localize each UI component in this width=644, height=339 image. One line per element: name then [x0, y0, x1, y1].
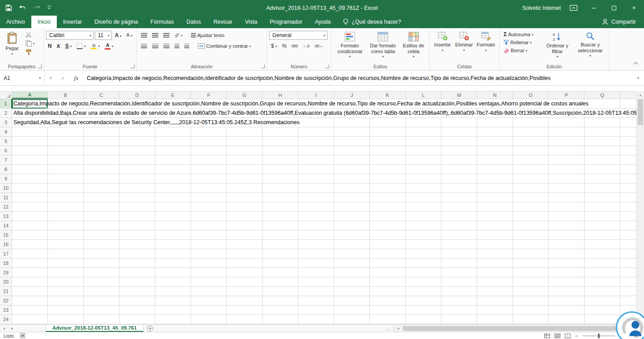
row-header-24[interactable]: 24: [0, 315, 12, 324]
collapse-ribbon-button[interactable]: [631, 60, 640, 67]
align-middle-button[interactable]: [150, 33, 160, 38]
row-header-2[interactable]: 2: [0, 109, 12, 118]
view-page-layout-button[interactable]: [555, 334, 560, 338]
column-header-N[interactable]: N: [477, 92, 513, 99]
column-header-M[interactable]: M: [441, 92, 477, 99]
row-header-20[interactable]: 20: [0, 277, 12, 287]
ribbon-tab-diseño-de-página[interactable]: Diseño de página: [88, 16, 144, 28]
percent-style-button[interactable]: %: [280, 43, 288, 49]
column-header-G[interactable]: G: [227, 92, 263, 99]
sheet-tab-active[interactable]: Advisor_2018-12-05T13_45_09.761: [46, 325, 144, 332]
save-button[interactable]: [5, 4, 12, 11]
dialog-launcher-font[interactable]: [131, 64, 135, 68]
row-header-7[interactable]: 7: [0, 155, 12, 165]
align-top-button[interactable]: [139, 33, 149, 38]
row-header-19[interactable]: 19: [0, 268, 12, 277]
font-size-combo[interactable]: 11▾: [95, 31, 112, 40]
zoom-out-button[interactable]: −: [575, 333, 578, 339]
autosum-button[interactable]: ΣAutosuma▾: [502, 31, 541, 38]
column-header-E[interactable]: E: [155, 92, 191, 99]
formula-input[interactable]: Categoría,Impacto de negocio,Recomendaci…: [83, 71, 632, 85]
delete-cells-button[interactable]: Eliminar ▾: [453, 30, 475, 52]
undo-button[interactable]: [19, 5, 26, 11]
cell-styles-button[interactable]: Estilos de celda ▾: [400, 30, 427, 58]
maximize-button[interactable]: [604, 0, 624, 16]
expand-formula-bar-button[interactable]: ▾: [632, 71, 644, 85]
tab-scroll-splitter[interactable]: …: [383, 325, 394, 332]
column-header-K[interactable]: K: [370, 92, 406, 99]
row-header-8[interactable]: 8: [0, 165, 12, 174]
ribbon-tab-vista[interactable]: Vista: [239, 16, 264, 28]
grow-font-button[interactable]: A▴: [113, 32, 123, 38]
close-button[interactable]: ×: [624, 0, 644, 16]
ribbon-tab-fórmulas[interactable]: Fórmulas: [144, 16, 180, 28]
row-header-5[interactable]: 5: [0, 137, 12, 146]
ribbon-tab-inicio[interactable]: Inicio: [31, 16, 57, 28]
row-header-10[interactable]: 10: [0, 184, 12, 193]
enter-entry-button[interactable]: ✓: [61, 75, 65, 81]
dialog-launcher-clipboard[interactable]: [38, 64, 42, 68]
row-header-22[interactable]: 22: [0, 296, 12, 306]
row-header-9[interactable]: 9: [0, 174, 12, 184]
wrap-text-button[interactable]: Ajustar texto: [189, 32, 226, 38]
conditional-formatting-button[interactable]: Formato condicional ▾: [334, 30, 366, 58]
ribbon-tab-programador[interactable]: Programador: [263, 16, 309, 28]
column-header-H[interactable]: H: [263, 92, 298, 99]
fill-handle[interactable]: [46, 107, 48, 109]
dialog-launcher-number[interactable]: [325, 64, 329, 68]
column-header-A[interactable]: A: [12, 92, 48, 99]
fill-button[interactable]: Rellenar▾: [502, 39, 541, 46]
zoom-slider-thumb[interactable]: [598, 334, 600, 338]
dialog-launcher-alignment[interactable]: [261, 64, 265, 68]
font-name-combo[interactable]: Calibri▾: [46, 31, 93, 40]
ribbon-tab-datos[interactable]: Datos: [180, 16, 208, 28]
next-sheet-button[interactable]: ▸: [8, 325, 16, 332]
row-header-15[interactable]: 15: [0, 230, 12, 240]
name-box[interactable]: A1 ▾: [0, 71, 45, 85]
view-page-break-button[interactable]: [565, 334, 571, 338]
column-header-P[interactable]: P: [549, 92, 585, 99]
clear-button[interactable]: Borrar▾: [502, 47, 541, 54]
format-painter-button[interactable]: [24, 49, 37, 56]
row-header-4[interactable]: 4: [0, 127, 12, 137]
row-header-16[interactable]: 16: [0, 240, 12, 249]
horizontal-scrollbar[interactable]: ◂ ▸: [394, 325, 644, 332]
row-header-1[interactable]: 1: [0, 99, 12, 109]
shrink-font-button[interactable]: A▾: [125, 33, 134, 38]
align-center-button[interactable]: [150, 43, 160, 49]
view-normal-button[interactable]: [544, 334, 550, 338]
comma-style-button[interactable]: 000: [290, 43, 300, 49]
row-header-11[interactable]: 11: [0, 193, 12, 202]
horizontal-scroll-thumb[interactable]: [403, 326, 635, 331]
previous-sheet-button[interactable]: ◂: [0, 325, 8, 332]
minimize-button[interactable]: ─: [584, 0, 604, 16]
paste-button[interactable]: Pegar ▾: [2, 30, 22, 56]
active-cell-selection[interactable]: [12, 99, 48, 109]
format-as-table-button[interactable]: Dar formato como tabla ▾: [366, 30, 400, 58]
customize-qat-button[interactable]: ▾: [47, 6, 51, 10]
column-header-J[interactable]: J: [334, 92, 370, 99]
cancel-entry-button[interactable]: ×: [49, 75, 52, 81]
column-header-F[interactable]: F: [191, 92, 227, 99]
ribbon-tab-insertar[interactable]: Insertar: [57, 16, 88, 28]
decrease-decimal-button[interactable]: .00→: [312, 43, 325, 49]
number-format-combo[interactable]: General▾: [269, 31, 327, 40]
scroll-left-button[interactable]: ◂: [394, 326, 402, 331]
grid-cells[interactable]: Categoría,Impacto de negocio,Recomendaci…: [12, 99, 636, 324]
column-header-Q[interactable]: Q: [585, 92, 620, 99]
align-right-button[interactable]: [161, 43, 171, 49]
macro-record-icon[interactable]: [20, 333, 25, 338]
row-header-13[interactable]: 13: [0, 212, 12, 221]
new-sheet-button[interactable]: +: [144, 325, 157, 332]
align-bottom-button[interactable]: [161, 33, 171, 38]
find-select-button[interactable]: Buscar y seleccionar ▾: [574, 30, 607, 57]
row-header-12[interactable]: 12: [0, 202, 12, 212]
merge-center-button[interactable]: Combinar y centrar▾: [196, 43, 253, 49]
ribbon-display-options-button[interactable]: [570, 5, 577, 11]
column-header-L[interactable]: L: [406, 92, 441, 99]
ribbon-tab-archivo[interactable]: Archivo: [0, 16, 31, 28]
row-header-21[interactable]: 21: [0, 287, 12, 296]
column-header-B[interactable]: B: [48, 92, 84, 99]
share-button[interactable]: Compartir: [594, 16, 644, 28]
vertical-scrollbar[interactable]: ▴ ▾: [636, 91, 644, 324]
